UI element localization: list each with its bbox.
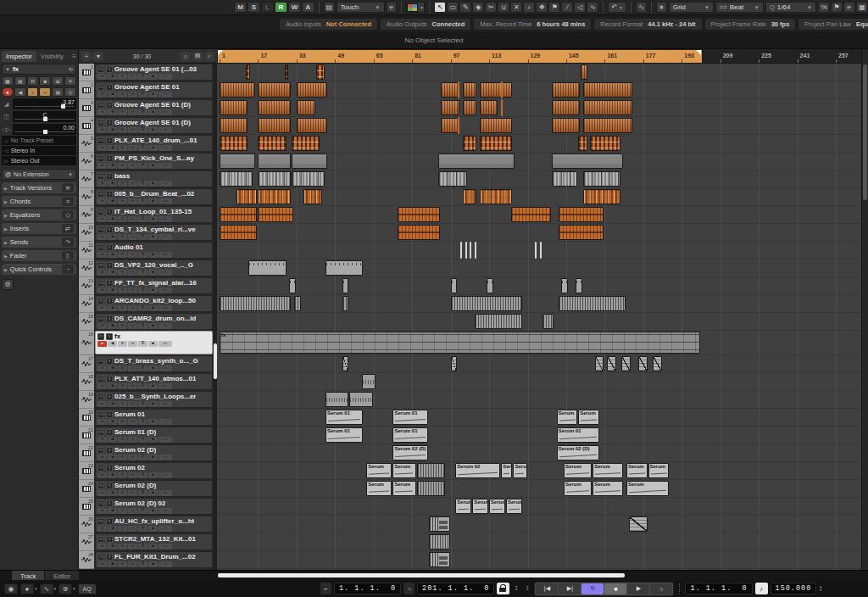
clip-hits[interactable] bbox=[463, 136, 476, 151]
track-row-serum-02[interactable]: 23msSerum 02●◀e∞R■▭ bbox=[79, 462, 214, 480]
solo-button[interactable]: s bbox=[106, 500, 113, 507]
clip-dense[interactable] bbox=[417, 481, 445, 496]
track-row-pm-ps-kick-one-s-ay[interactable]: 6msPM_PS_Kick_One_S...ay●◀e∞R■▭ bbox=[79, 153, 214, 170]
clip-wavelet[interactable] bbox=[349, 392, 372, 407]
suspend-automation-button[interactable]: A bbox=[302, 2, 314, 13]
lanes-button[interactable]: ▤ bbox=[52, 87, 64, 97]
mute-button[interactable]: m bbox=[97, 465, 104, 471]
clip-chop[interactable] bbox=[258, 171, 291, 187]
monitor-button[interactable]: ◀ bbox=[108, 526, 117, 532]
mute-button[interactable]: m bbox=[97, 155, 104, 162]
automation-button[interactable]: ∞ bbox=[128, 472, 137, 478]
line-tool[interactable]: ∕ bbox=[561, 2, 573, 13]
record-arm-button[interactable]: ● bbox=[97, 526, 107, 532]
edit-channel-button[interactable]: e bbox=[118, 74, 127, 80]
track-preset-row[interactable]: ◇ No Track Preset bbox=[2, 136, 76, 145]
clip-hits[interactable] bbox=[480, 136, 513, 151]
read-button[interactable]: R bbox=[138, 305, 147, 311]
automation-button[interactable]: ∞ bbox=[128, 92, 137, 98]
automation-button[interactable]: ∞ bbox=[128, 287, 137, 293]
write-button[interactable]: ■ bbox=[148, 323, 158, 329]
write-button[interactable]: ■ bbox=[148, 455, 158, 460]
record-arm-button[interactable]: ● bbox=[97, 305, 107, 311]
edit-channel-button[interactable]: e bbox=[118, 287, 127, 293]
edit-channel-button[interactable]: e bbox=[118, 544, 127, 550]
events-button[interactable]: ⊞ bbox=[52, 76, 64, 86]
add-track-button[interactable]: + bbox=[81, 52, 92, 61]
read-automation-button[interactable]: R bbox=[275, 2, 287, 13]
write-button[interactable]: ■ bbox=[148, 365, 158, 371]
monitor-button[interactable]: ◀ bbox=[108, 365, 117, 371]
record-arm-button[interactable]: ● bbox=[97, 92, 107, 98]
clip-diag[interactable] bbox=[342, 356, 349, 371]
track-row-fx[interactable]: 16msfx●◀e∞R■▭ bbox=[79, 331, 214, 355]
clip-audio[interactable] bbox=[258, 153, 291, 169]
solo-button[interactable]: s bbox=[106, 173, 113, 180]
edit-channel-button[interactable]: e bbox=[118, 252, 127, 258]
solo-all-button[interactable]: S bbox=[248, 2, 260, 13]
clip-label[interactable]: Serum bbox=[489, 499, 505, 514]
mute-button[interactable]: m bbox=[97, 358, 104, 365]
scrub-tool[interactable]: ∿ bbox=[587, 2, 598, 13]
track-row-fl-fur-kit1-drum-02[interactable]: 28msFL_FUR_Kit1_Drum_...02●◀e∞R■▭ bbox=[79, 551, 214, 569]
write-button[interactable]: ■ bbox=[148, 419, 158, 425]
controls-button[interactable]: ▭ bbox=[159, 472, 172, 478]
right-locator-icon[interactable]: ¬ bbox=[403, 583, 415, 594]
automation-button[interactable]: ∞ bbox=[128, 526, 137, 532]
record-arm-button[interactable]: ● bbox=[97, 216, 107, 222]
controls-button[interactable]: ▭ bbox=[159, 74, 172, 80]
read-button[interactable]: R bbox=[138, 127, 147, 133]
read-button[interactable]: R bbox=[138, 181, 147, 187]
monitor-button[interactable]: ◀ bbox=[108, 92, 117, 98]
controls-button[interactable]: ▭ bbox=[159, 401, 172, 407]
automation-button[interactable]: ∞ bbox=[128, 145, 137, 151]
zoom-tool[interactable]: ⌕ bbox=[523, 2, 535, 13]
midi-keyboard-icon[interactable]: ▦ bbox=[856, 2, 868, 13]
marker-tool[interactable]: ⚑ bbox=[548, 2, 560, 13]
clip-label[interactable]: Serum 01 bbox=[392, 427, 428, 443]
read-button[interactable]: R bbox=[138, 561, 147, 567]
clip-wavelet[interactable] bbox=[362, 374, 376, 389]
edit-channel-button[interactable]: e bbox=[118, 145, 127, 151]
solo-button[interactable]: s bbox=[106, 465, 113, 471]
punch-out-icon[interactable]: ↥ bbox=[523, 583, 531, 594]
automation-button[interactable]: ∞ bbox=[128, 341, 137, 347]
mute-button[interactable]: m bbox=[97, 102, 104, 109]
track-row-ds-vp2-120-vocal-g[interactable]: 12msDS_VP2_120_vocal_.._G●◀e∞R■▭ bbox=[79, 259, 214, 277]
edit-channel-button[interactable]: ▦ bbox=[2, 76, 14, 86]
read-button[interactable]: R bbox=[138, 341, 147, 347]
monitor-button[interactable]: ◀ bbox=[14, 87, 26, 97]
monitor-button[interactable]: ◀ bbox=[108, 163, 117, 169]
audio-activity-icon[interactable]: ∿ bbox=[40, 583, 53, 594]
solo-button[interactable]: s bbox=[106, 66, 113, 73]
track-row-arcando-kit2-loop-50[interactable]: 14msARCANDO_kit2_loop...50●◀e∞R■▭ bbox=[79, 295, 214, 313]
clip-ochop[interactable] bbox=[583, 189, 620, 204]
monitor-button[interactable]: ◀ bbox=[108, 252, 117, 258]
read-button[interactable]: R bbox=[138, 145, 147, 151]
monitor-button[interactable]: ◀ bbox=[108, 234, 117, 240]
automation-button[interactable]: ∞ bbox=[128, 419, 137, 425]
record-arm-button[interactable]: ● bbox=[97, 252, 107, 258]
extension-select[interactable]: @ No Extension ▼ bbox=[2, 169, 76, 180]
mute-button[interactable]: m bbox=[97, 280, 104, 287]
write-button[interactable]: ■ bbox=[148, 561, 158, 567]
play-button[interactable]: ▶ bbox=[627, 583, 649, 594]
snap-type-select[interactable]: Grid ▼ bbox=[669, 2, 714, 13]
clip-drums[interactable] bbox=[583, 118, 633, 133]
track-row-serum-02-d[interactable]: 24msSerum 02 (D)●◀e∞R■▭ bbox=[79, 480, 214, 498]
record-arm-button[interactable]: ● bbox=[97, 561, 107, 567]
clip-chop[interactable] bbox=[583, 171, 620, 187]
write-button[interactable]: ■ bbox=[148, 163, 158, 169]
clip-label[interactable]: Serum bbox=[564, 481, 592, 496]
clip-audio[interactable] bbox=[292, 153, 327, 169]
clip-dense[interactable] bbox=[429, 534, 450, 550]
write-button[interactable]: ■ bbox=[148, 74, 158, 80]
vertical-scrollbar[interactable] bbox=[861, 49, 868, 570]
automation-button[interactable]: ∞ bbox=[128, 234, 137, 240]
solo-button[interactable]: s bbox=[106, 393, 113, 400]
edit-channel-button[interactable]: e bbox=[118, 163, 127, 169]
read-button[interactable]: R bbox=[138, 270, 147, 276]
mute-button[interactable]: m bbox=[97, 209, 104, 215]
write-button[interactable]: ■ bbox=[148, 270, 158, 276]
clip-drums[interactable] bbox=[583, 82, 633, 98]
